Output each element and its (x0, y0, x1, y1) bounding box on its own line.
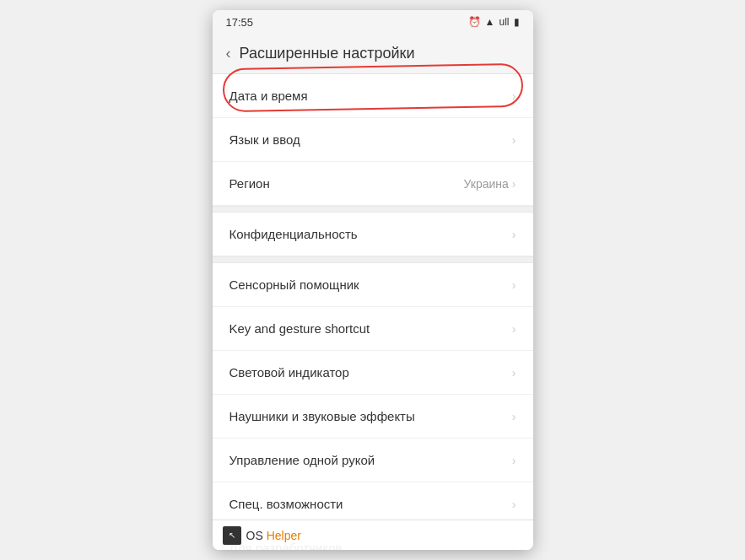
wifi-icon: ▲ (485, 16, 495, 28)
chevron-icon-headphones: › (512, 410, 516, 423)
status-icons: ⏰ ▲ ull ▮ (468, 16, 520, 28)
settings-item-right-onehand: › (512, 454, 516, 467)
settings-item-right-datetime: › (512, 89, 516, 103)
settings-item-label-language: Язык и ввод (229, 132, 300, 147)
chevron-icon-assistant: › (512, 278, 516, 292)
settings-item-headphones[interactable]: Наушники и звуковые эффекты› (213, 395, 533, 439)
chevron-icon-indicator: › (512, 366, 516, 380)
watermark-icon: ↖ (223, 526, 241, 545)
signal-icon: ull (499, 16, 509, 28)
settings-item-language[interactable]: Язык и ввод› (213, 118, 533, 162)
settings-item-datetime[interactable]: Дата и время› (213, 74, 533, 118)
settings-item-label-gestures: Key and gesture shortcut (229, 321, 370, 336)
chevron-icon-accessibility: › (512, 498, 516, 511)
battery-icon: ▮ (514, 16, 520, 28)
settings-item-gestures[interactable]: Key and gesture shortcut› (213, 307, 533, 351)
settings-item-label-indicator: Световой индикатор (229, 365, 349, 380)
alarm-icon: ⏰ (468, 16, 481, 28)
chevron-icon-datetime: › (512, 89, 516, 103)
settings-item-label-headphones: Наушники и звуковые эффекты (229, 409, 415, 423)
settings-item-label-privacy: Конфиденциальность (229, 227, 358, 241)
settings-item-label-assistant: Сенсорный помощник (229, 277, 359, 292)
settings-item-label-onehand: Управление одной рукой (229, 453, 375, 467)
settings-scroll: Дата и время›Язык и ввод›РегионУкраина›К… (213, 74, 533, 550)
status-bar: 17:55 ⏰ ▲ ull ▮ (213, 10, 533, 34)
page-header: ‹ Расширенные настройки (213, 34, 533, 74)
settings-item-right-headphones: › (512, 410, 516, 423)
section-divider (213, 256, 533, 263)
back-button[interactable]: ‹ (226, 45, 231, 62)
page-title: Расширенные настройки (240, 45, 415, 62)
settings-item-privacy[interactable]: Конфиденциальность› (213, 213, 533, 256)
settings-item-label-region: Регион (229, 176, 270, 191)
section-divider (213, 206, 533, 213)
chevron-icon-region: › (512, 177, 516, 191)
settings-item-label-accessibility: Спец. возможности (229, 497, 343, 511)
watermark-helper: Helper (267, 529, 301, 542)
settings-item-right-assistant: › (512, 278, 516, 292)
chevron-icon-privacy: › (512, 228, 516, 241)
watermark-text: OS Helper (246, 529, 301, 542)
chevron-icon-onehand: › (512, 454, 516, 467)
settings-list: Дата и время›Язык и ввод›РегионУкраина›К… (213, 74, 533, 550)
settings-item-right-language: › (512, 133, 516, 147)
settings-item-onehand[interactable]: Управление одной рукой› (213, 439, 533, 482)
settings-item-right-indicator: › (512, 366, 516, 380)
settings-item-label-datetime: Дата и время (229, 89, 308, 103)
watermark: ↖ OS Helper (213, 520, 533, 550)
phone-container: 17:55 ⏰ ▲ ull ▮ ‹ Расширенные настройки … (213, 10, 533, 550)
chevron-icon-language: › (512, 133, 516, 147)
settings-item-indicator[interactable]: Световой индикатор› (213, 351, 533, 395)
settings-item-right-gestures: › (512, 322, 516, 336)
status-time: 17:55 (226, 16, 254, 29)
settings-item-right-accessibility: › (512, 498, 516, 511)
settings-item-assistant[interactable]: Сенсорный помощник› (213, 263, 533, 307)
settings-item-right-region: Украина› (464, 177, 516, 191)
chevron-icon-gestures: › (512, 322, 516, 336)
settings-item-region[interactable]: РегионУкраина› (213, 162, 533, 206)
settings-item-value-region: Украина (464, 177, 509, 191)
settings-item-right-privacy: › (512, 228, 516, 241)
watermark-os: OS (246, 529, 263, 542)
